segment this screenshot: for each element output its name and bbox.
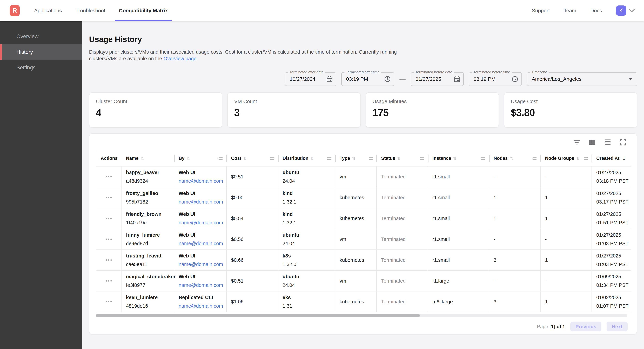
sort-icon: ⇅ bbox=[576, 156, 580, 161]
email-link[interactable]: name@domain.com bbox=[178, 241, 226, 246]
calendar-icon[interactable] bbox=[326, 76, 333, 82]
column-menu-icon[interactable] bbox=[532, 157, 536, 160]
row-actions-button[interactable] bbox=[104, 299, 114, 304]
column-menu-icon[interactable] bbox=[369, 157, 372, 160]
clock-icon[interactable] bbox=[512, 76, 518, 82]
description-line1: Displays prior clusters/VMs and their as… bbox=[89, 49, 397, 55]
cell-cost: $0.54 bbox=[227, 208, 278, 229]
sidebar-item-overview[interactable]: Overview bbox=[0, 29, 82, 44]
row-actions-button[interactable] bbox=[104, 195, 114, 200]
table-row: magical_stonebrakerfe3f8977 Web UIname@d… bbox=[96, 271, 631, 292]
calendar-icon[interactable] bbox=[454, 76, 460, 82]
fullscreen-icon[interactable] bbox=[619, 138, 627, 146]
cell-name: friendly_brown1f40a19e bbox=[122, 208, 174, 229]
cell-nodes: 3 bbox=[489, 250, 540, 270]
sort-icon: ⇅ bbox=[352, 156, 356, 161]
nav-item-troubleshoot[interactable]: Troubleshoot bbox=[76, 0, 105, 21]
timezone-select[interactable]: Timezone America/Los_Angeles bbox=[527, 72, 637, 86]
terminated-before-date-field[interactable]: Terminated before date 01/27/2025 bbox=[411, 72, 464, 86]
cell-created-at: 01/27/202501:51 PM PST bbox=[592, 208, 631, 229]
columns-icon[interactable] bbox=[588, 138, 596, 146]
terminated-after-time-field[interactable]: Terminated after time 03:19 PM bbox=[341, 72, 394, 86]
row-actions-button[interactable] bbox=[104, 279, 114, 283]
cell-distribution: kind1.32.1 bbox=[278, 187, 335, 208]
sort-icon: ⇅ bbox=[244, 156, 247, 161]
dropdown-arrow-icon[interactable] bbox=[629, 78, 634, 80]
overview-page-link[interactable]: Overview page bbox=[164, 56, 196, 61]
cell-distribution: kind1.32.1 bbox=[278, 208, 335, 229]
usage-minutes-card: Usage Minutes 175 bbox=[366, 92, 499, 128]
clock-icon[interactable] bbox=[384, 76, 391, 82]
previous-page-button[interactable]: Previous bbox=[570, 322, 602, 332]
column-menu-icon[interactable] bbox=[420, 157, 424, 160]
field-value[interactable]: America/Los_Angeles bbox=[527, 72, 637, 85]
cell-name: funny_lumierede9ed87d bbox=[122, 229, 174, 250]
cell-cost: $1.06 bbox=[227, 292, 278, 312]
avatar[interactable]: K bbox=[616, 5, 626, 16]
row-actions-button[interactable] bbox=[104, 174, 114, 179]
terminated-before-time-field[interactable]: Terminated before time 03:19 PM bbox=[469, 72, 522, 86]
email-link[interactable]: name@domain.com bbox=[178, 178, 226, 184]
column-header-instance[interactable]: Instance ⇅ bbox=[428, 151, 489, 166]
email-link[interactable]: name@domain.com bbox=[178, 261, 226, 267]
column-header-nodes[interactable]: Nodes ⇅ bbox=[489, 151, 540, 166]
email-link[interactable]: name@domain.com bbox=[178, 282, 226, 288]
email-link[interactable]: name@domain.com bbox=[178, 220, 226, 226]
nav-item-team[interactable]: Team bbox=[564, 8, 576, 13]
nav-item-docs[interactable]: Docs bbox=[590, 8, 602, 13]
nav-item-applications[interactable]: Applications bbox=[34, 0, 62, 21]
row-actions-button[interactable] bbox=[104, 258, 114, 262]
column-header-by[interactable]: By ⇅ bbox=[174, 151, 227, 166]
app-logo[interactable]: R bbox=[10, 5, 20, 16]
summary-cards: Cluster Count 4 VM Count 3 Usage Minutes… bbox=[89, 92, 637, 128]
filter-bar: Terminated after date 10/27/2024 Termina… bbox=[285, 72, 637, 86]
column-menu-icon[interactable] bbox=[481, 157, 485, 160]
primary-nav: Applications Troubleshoot Compatibility … bbox=[34, 0, 182, 21]
column-menu-icon[interactable] bbox=[270, 157, 274, 160]
cell-actions bbox=[96, 271, 122, 291]
cell-instance: r1.small bbox=[428, 229, 489, 250]
data-grid: Actions Name ⇅ By ⇅ Cost bbox=[96, 151, 631, 312]
nav-item-support[interactable]: Support bbox=[532, 8, 550, 13]
filter-icon[interactable] bbox=[573, 138, 581, 146]
row-actions-button[interactable] bbox=[104, 237, 114, 242]
column-header-name[interactable]: Name ⇅ bbox=[122, 151, 174, 166]
sidebar: Overview History Settings bbox=[0, 21, 82, 349]
table-toolbar bbox=[573, 138, 627, 146]
sort-icon: ⇅ bbox=[397, 156, 401, 161]
email-link[interactable]: name@domain.com bbox=[178, 199, 226, 205]
cell-by: Web UIname@domain.com bbox=[174, 250, 227, 270]
cell-nodes: 1 bbox=[489, 208, 540, 229]
column-menu-icon[interactable] bbox=[218, 157, 222, 160]
cell-status: Terminated bbox=[377, 250, 428, 270]
terminated-after-date-field[interactable]: Terminated after date 10/27/2024 bbox=[285, 72, 336, 86]
column-menu-icon[interactable] bbox=[327, 157, 331, 160]
page-current: [1] bbox=[550, 324, 555, 329]
column-header-cost[interactable]: Cost ⇅ bbox=[227, 151, 278, 166]
cell-name: keen_lumiere4819de16 bbox=[122, 292, 174, 312]
vm-count-card: VM Count 3 bbox=[227, 92, 360, 128]
cell-by: Web UIname@domain.com bbox=[174, 166, 227, 187]
email-link[interactable]: name@domain.com bbox=[178, 303, 226, 309]
user-menu[interactable]: K bbox=[616, 5, 635, 16]
sidebar-item-settings[interactable]: Settings bbox=[0, 60, 82, 75]
field-label: Terminated after time bbox=[344, 70, 381, 74]
column-label: Distribution bbox=[282, 156, 308, 161]
column-menu-icon[interactable] bbox=[584, 157, 588, 160]
density-icon[interactable] bbox=[604, 138, 612, 146]
cell-status: Terminated bbox=[377, 166, 428, 187]
column-header-type[interactable]: Type ⇅ bbox=[335, 151, 377, 166]
row-actions-button[interactable] bbox=[104, 216, 114, 221]
table-body: happy_beavera48d9324 Web UIname@domain.c… bbox=[96, 166, 631, 312]
column-header-node-groups[interactable]: Node Groups ⇅ bbox=[540, 151, 592, 166]
next-page-button[interactable]: Next bbox=[606, 322, 628, 332]
chevron-down-icon[interactable] bbox=[629, 9, 635, 12]
sidebar-item-history[interactable]: History bbox=[0, 44, 82, 60]
cell-status: Terminated bbox=[377, 187, 428, 208]
nav-item-compatibility-matrix[interactable]: Compatibility Matrix bbox=[119, 0, 168, 21]
scrollbar-thumb[interactable] bbox=[96, 314, 420, 317]
column-header-status[interactable]: Status ⇅ bbox=[377, 151, 428, 166]
column-header-distribution[interactable]: Distribution ⇅ bbox=[278, 151, 335, 166]
column-header-created-at[interactable]: Created At ↓ bbox=[592, 151, 631, 166]
cell-instance: r1.small bbox=[428, 250, 489, 270]
